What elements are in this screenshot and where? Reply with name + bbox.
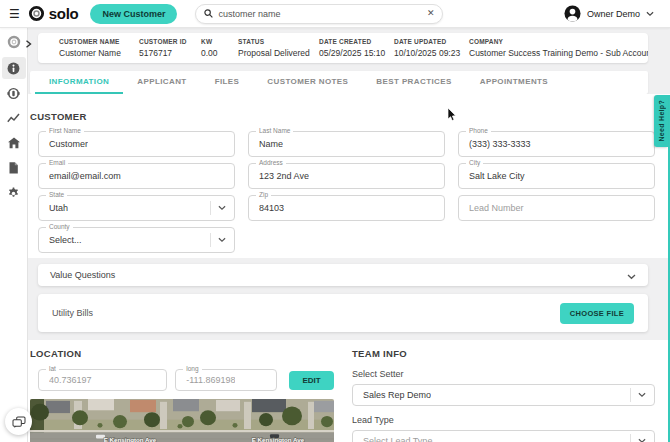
sidebar-item-home[interactable] (2, 132, 26, 154)
summary-value: 10/10/2025 09:23 (394, 48, 469, 58)
team-info-section: TEAM INFO Select Setter Sales Rep Demo L… (352, 348, 655, 442)
sidebar-expand-icon[interactable] (25, 40, 32, 48)
chat-bubbles-icon (12, 416, 26, 428)
grid-spacer (248, 227, 445, 253)
field-value: Name (259, 139, 283, 149)
sidebar-item-info[interactable] (2, 57, 26, 79)
sidebar-item-analytics[interactable] (2, 107, 26, 129)
longitude-field[interactable]: long -111.869198 (175, 369, 277, 391)
chevron-down-icon (638, 392, 646, 398)
grid-spacer (458, 227, 655, 253)
chevron-down-icon (638, 438, 646, 442)
field-label: Phone (466, 128, 491, 135)
summary-company: COMPANY Customer Success Training Demo -… (469, 38, 648, 58)
bottom-panel: LOCATION lat 40.736197 long -111.869198 … (28, 340, 670, 442)
field-value: (333) 333-3333 (469, 139, 531, 149)
need-help-tab[interactable]: Need Help? (654, 95, 668, 147)
select-adornment (210, 233, 226, 247)
top-header: ☰ solo New Customer ✕ Owner Demo (0, 0, 670, 28)
chat-button[interactable] (5, 408, 32, 435)
choose-file-button[interactable]: CHOOSE FILE (560, 303, 634, 324)
chevron-down-icon (646, 11, 654, 17)
field-label: Email (46, 160, 68, 167)
phone-field[interactable]: Phone (333) 333-3333 (458, 131, 655, 157)
summary-label: COMPANY (469, 38, 648, 45)
value-questions-title: Value Questions (50, 270, 115, 280)
select-adornment (210, 201, 226, 215)
edit-location-button[interactable]: EDIT (289, 371, 334, 390)
sidebar-item-documents[interactable] (2, 157, 26, 179)
county-select[interactable]: County Select... (38, 227, 235, 253)
solo-logo-icon (28, 5, 45, 22)
clear-search-icon[interactable]: ✕ (427, 9, 435, 18)
field-value: Sales Rep Demo (363, 390, 431, 400)
field-label: Last Name (256, 128, 293, 135)
field-value: Utah (49, 203, 68, 213)
chart-icon (7, 113, 20, 124)
last-name-field[interactable]: Last Name Name (248, 131, 445, 157)
summary-customer-id: CUSTOMER ID 5176717 (139, 38, 201, 58)
gear-icon (7, 187, 20, 200)
divider (630, 388, 631, 402)
tab-customer-notes[interactable]: CUSTOMER NOTES (253, 71, 362, 94)
field-value: 84103 (259, 203, 284, 213)
state-select[interactable]: State Utah (38, 195, 235, 221)
field-value: 123 2nd Ave (259, 171, 309, 181)
token-icon (7, 87, 20, 100)
menu-icon[interactable]: ☰ (9, 8, 20, 20)
solo-logo: solo (28, 5, 79, 22)
email-field[interactable]: Email email@email.com (38, 163, 235, 189)
summary-kw: KW 0.00 (201, 38, 238, 58)
field-label: Zip (256, 192, 271, 199)
sidebar-item-token[interactable] (2, 82, 26, 104)
accordion-chevron (627, 266, 636, 284)
tab-applicant[interactable]: APPLICANT (123, 71, 200, 94)
address-field[interactable]: Address 123 2nd Ave (248, 163, 445, 189)
user-menu[interactable]: Owner Demo (564, 5, 654, 22)
satellite-map[interactable]: E Kensington Ave E Kensington Ave (30, 399, 334, 442)
customer-form-grid: First Name Customer Last Name Name Phone… (38, 131, 655, 253)
lead-type-label: Lead Type (352, 415, 655, 425)
field-value: Salt Lake City (469, 171, 525, 181)
summary-value: 05/29/2025 15:10 (319, 48, 394, 58)
team-info-title: TEAM INFO (352, 348, 655, 359)
summary-label: DATE UPDATED (394, 38, 469, 45)
summary-date-updated: DATE UPDATED 10/10/2025 09:23 (394, 38, 469, 58)
value-questions-accordion[interactable]: Value Questions (38, 264, 648, 286)
tab-appointments[interactable]: APPOINTMENTS (466, 71, 562, 94)
search-box[interactable]: ✕ (195, 4, 443, 24)
summary-label: CUSTOMER ID (139, 38, 201, 45)
field-value: 40.736197 (49, 375, 92, 385)
divider (210, 233, 211, 247)
summary-value: Customer Success Training Demo - Sub Acc… (469, 48, 648, 58)
field-value: Customer (49, 139, 88, 149)
summary-value: 0.00 (201, 48, 238, 58)
new-customer-button[interactable]: New Customer (90, 4, 177, 24)
tab-best-practices[interactable]: BEST PRACTICES (362, 71, 465, 94)
select-setter-dropdown[interactable]: Sales Rep Demo (352, 384, 655, 406)
field-placeholder: Select Lead Type... (363, 436, 440, 442)
field-label: Address (256, 160, 286, 167)
chevron-down-icon (627, 274, 636, 280)
city-field[interactable]: City Salt Lake City (458, 163, 655, 189)
summary-value: 5176717 (139, 48, 201, 58)
tab-files[interactable]: FILES (201, 71, 254, 94)
zip-field[interactable]: Zip 84103 (248, 195, 445, 221)
tabs-bar: INFORMATION APPLICANT FILES CUSTOMER NOT… (30, 71, 648, 94)
field-label: State (46, 192, 67, 199)
field-label: City (466, 160, 483, 167)
search-icon (204, 9, 213, 18)
select-adornment (630, 434, 646, 442)
lead-type-dropdown[interactable]: Select Lead Type... (352, 430, 655, 442)
latitude-field[interactable]: lat 40.736197 (38, 369, 167, 391)
summary-label: STATUS (238, 38, 319, 45)
select-adornment (630, 388, 646, 402)
sidebar-item-settings[interactable] (2, 182, 26, 204)
search-input[interactable] (218, 9, 426, 19)
utility-bills-card: Utility Bills CHOOSE FILE (38, 294, 648, 332)
first-name-field[interactable]: First Name Customer (38, 131, 235, 157)
tab-information[interactable]: INFORMATION (35, 71, 123, 94)
left-sidebar (0, 28, 28, 442)
lead-number-field[interactable]: Lead Number (458, 195, 655, 221)
document-icon (8, 162, 19, 174)
